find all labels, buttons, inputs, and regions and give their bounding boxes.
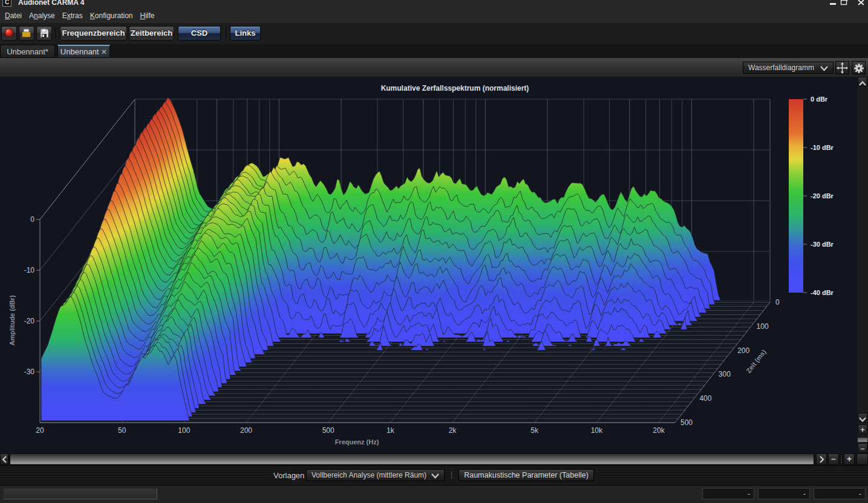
svg-text:500: 500 xyxy=(322,426,334,435)
svg-text:1k: 1k xyxy=(387,426,395,435)
svg-text:-30: -30 xyxy=(24,368,35,376)
svg-text:50: 50 xyxy=(118,426,126,435)
svg-text:200: 200 xyxy=(240,426,252,435)
svg-text:20k: 20k xyxy=(653,426,665,435)
svg-text:0: 0 xyxy=(775,298,780,307)
svg-text:0 dBr: 0 dBr xyxy=(811,96,828,103)
svg-text:5k: 5k xyxy=(530,426,539,435)
svg-text:-20 dBr: -20 dBr xyxy=(811,192,834,200)
svg-text:300: 300 xyxy=(719,370,731,378)
svg-text:10k: 10k xyxy=(591,426,603,435)
svg-text:-10: -10 xyxy=(24,266,35,274)
svg-text:0: 0 xyxy=(30,215,34,224)
svg-text:-10 dBr: -10 dBr xyxy=(811,144,834,151)
svg-text:Frequenz (Hz): Frequenz (Hz) xyxy=(335,438,379,446)
svg-text:Kumulative Zerfallsspektrum (n: Kumulative Zerfallsspektrum (normalisier… xyxy=(381,84,529,92)
svg-text:2k: 2k xyxy=(449,426,457,435)
svg-text:20: 20 xyxy=(36,426,44,435)
svg-text:400: 400 xyxy=(699,394,711,403)
svg-text:100: 100 xyxy=(178,426,190,435)
svg-text:-40 dBr: -40 dBr xyxy=(811,289,834,296)
svg-text:500: 500 xyxy=(680,418,693,427)
svg-text:200: 200 xyxy=(737,346,749,355)
svg-text:-20: -20 xyxy=(24,317,35,325)
svg-text:100: 100 xyxy=(757,322,769,331)
svg-text:-30 dBr: -30 dBr xyxy=(811,241,834,248)
svg-text:Amplitude (dBr): Amplitude (dBr) xyxy=(8,295,16,345)
